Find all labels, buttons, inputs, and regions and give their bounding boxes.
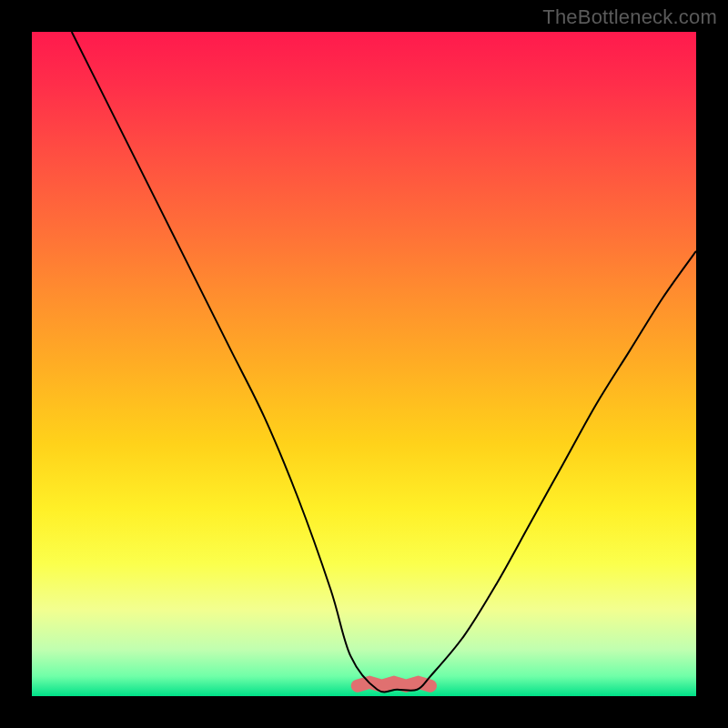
chart-frame: TheBottleneck.com (0, 0, 728, 728)
chart-svg (32, 32, 696, 696)
bottleneck-curve (72, 32, 696, 692)
watermark-text: TheBottleneck.com (542, 5, 717, 29)
plot-area (32, 32, 696, 696)
